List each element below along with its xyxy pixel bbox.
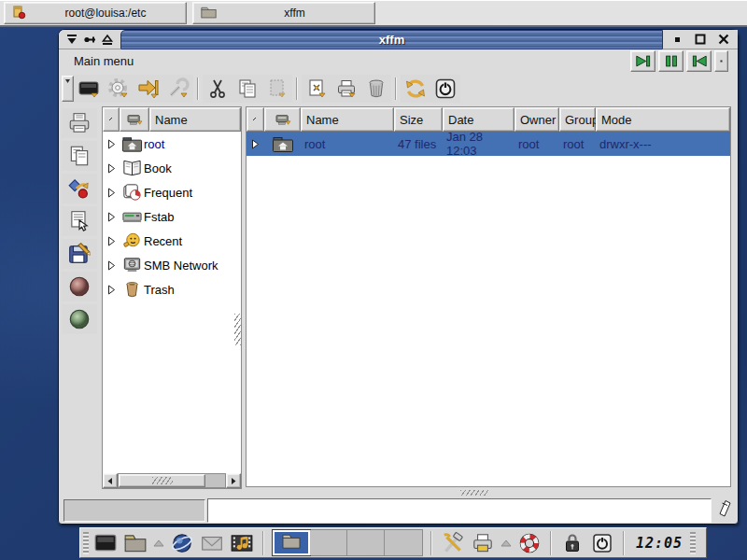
tools-icon[interactable]: [440, 530, 466, 556]
side-toolbar: [59, 105, 100, 497]
sphere-red-icon[interactable]: [62, 272, 97, 301]
scroll-right-icon[interactable]: [226, 473, 241, 488]
tree-header-name[interactable]: Name: [149, 107, 241, 132]
print-icon[interactable]: [470, 530, 496, 556]
expander-icon[interactable]: [103, 285, 120, 295]
help-icon[interactable]: [516, 530, 543, 556]
panel-handle[interactable]: [83, 532, 89, 554]
expander-icon[interactable]: [247, 132, 264, 156]
run-icon[interactable]: [62, 174, 97, 203]
expander-icon[interactable]: [103, 139, 120, 149]
eraser-icon[interactable]: [717, 499, 732, 522]
tree-header-spacer[interactable]: [103, 107, 120, 132]
close-icon[interactable]: [715, 32, 732, 47]
expander-icon[interactable]: [103, 163, 120, 174]
scroll-thumb[interactable]: [119, 474, 205, 487]
expander-icon[interactable]: [103, 236, 120, 246]
go-to-icon[interactable]: [134, 75, 163, 103]
main-menu-item[interactable]: Main menu: [68, 52, 139, 70]
expander-icon[interactable]: [103, 212, 120, 222]
reload-icon[interactable]: [401, 75, 430, 103]
trash-icon[interactable]: [361, 75, 391, 103]
tree-item-root[interactable]: root: [103, 132, 241, 156]
sphere-green-icon[interactable]: [62, 304, 97, 334]
scroll-left-icon[interactable]: [103, 473, 118, 488]
pager-desktop-4[interactable]: [385, 530, 422, 555]
media-player-icon[interactable]: [229, 530, 255, 556]
terminal-icon[interactable]: [92, 530, 119, 556]
tree-item-fstab[interactable]: Fstab: [103, 204, 241, 229]
tree-item-recent[interactable]: Recent: [103, 229, 241, 253]
cell-name: root: [301, 132, 394, 156]
stick-icon[interactable]: [81, 32, 98, 47]
options-button[interactable]: [714, 50, 728, 72]
shade-icon[interactable]: [63, 32, 80, 47]
settings-icon[interactable]: [104, 75, 134, 103]
taskbar-button-xffm[interactable]: xffm: [192, 2, 375, 24]
power-icon[interactable]: [589, 530, 615, 556]
scroll-track[interactable]: [118, 473, 226, 488]
titlebar-drag-area[interactable]: xffm: [120, 30, 663, 49]
column-header-size[interactable]: Size: [394, 107, 443, 132]
save-edit-icon[interactable]: [62, 239, 97, 269]
pause-button[interactable]: [658, 50, 684, 72]
tools-icon[interactable]: [163, 75, 193, 103]
pager-desktop-2[interactable]: [310, 530, 347, 555]
document-properties-icon[interactable]: [302, 75, 331, 103]
print-icon[interactable]: [62, 108, 97, 138]
column-header-date[interactable]: Date: [443, 107, 514, 132]
panel-handle[interactable]: [690, 532, 696, 554]
tree-horizontal-scrollbar[interactable]: [103, 473, 241, 488]
cut-icon[interactable]: [203, 75, 233, 103]
panel-resize-grip[interactable]: [234, 314, 241, 345]
window-titlebar[interactable]: xffm: [59, 30, 738, 49]
taskbar-button-terminal[interactable]: root@louisa:/etc: [4, 2, 187, 24]
column-header-mode[interactable]: Mode: [596, 107, 730, 132]
column-header-name[interactable]: Name: [301, 107, 394, 132]
duplicate-icon[interactable]: [62, 141, 97, 171]
expander-icon[interactable]: [103, 188, 120, 198]
maximize-icon[interactable]: [692, 32, 709, 47]
eject-icon[interactable]: [99, 32, 116, 47]
copy-icon[interactable]: [233, 75, 262, 103]
file-manager-icon[interactable]: [122, 530, 148, 556]
pane-resize-grip[interactable]: [460, 490, 488, 496]
paste-icon[interactable]: [262, 75, 292, 103]
tree-item-label: SMB Network: [144, 259, 218, 273]
desktop: root@louisa:/etc xffm xf: [0, 0, 747, 560]
recent-icon: [120, 231, 144, 250]
xffm-window: xffm Main menu: [58, 29, 739, 525]
tree-item-frequent[interactable]: Frequent: [103, 180, 241, 204]
popup-arrow-icon[interactable]: [500, 535, 513, 552]
tree-item-trash[interactable]: Trash: [103, 277, 241, 301]
window-controls: [663, 30, 738, 49]
main-toolbar: [59, 73, 738, 105]
file-row-root[interactable]: root 47 files Jan 28 12:03 root root drw…: [247, 132, 730, 156]
iconify-icon[interactable]: [669, 32, 686, 47]
column-header-owner[interactable]: Owner: [514, 107, 559, 132]
skip-back-button[interactable]: [686, 50, 712, 72]
select-icon[interactable]: [62, 206, 97, 236]
skip-forward-button[interactable]: [630, 50, 655, 72]
column-header-group[interactable]: Group: [559, 107, 596, 132]
view-selector-icon[interactable]: [264, 107, 301, 132]
toolbar-handle[interactable]: [62, 76, 74, 102]
mail-icon[interactable]: [199, 530, 225, 556]
list-header-spacer[interactable]: [247, 107, 264, 132]
web-browser-icon[interactable]: [169, 530, 195, 556]
file-list-empty-area[interactable]: [247, 156, 730, 486]
path-entry[interactable]: [207, 498, 712, 523]
expander-icon[interactable]: [103, 260, 120, 271]
tree-item-book[interactable]: Book: [103, 156, 241, 180]
taskbar-button-label: root@louisa:/etc: [33, 7, 178, 20]
tree-item-smb-network[interactable]: SMB Network: [103, 253, 241, 277]
quit-icon[interactable]: [430, 75, 460, 103]
popup-arrow-icon[interactable]: [152, 535, 165, 552]
lock-icon[interactable]: [559, 530, 585, 556]
view-selector-icon[interactable]: [120, 107, 149, 132]
print-icon[interactable]: [331, 75, 361, 103]
pager-desktop-3[interactable]: [347, 530, 385, 555]
progress-area: [63, 499, 205, 522]
pager-desktop-1[interactable]: [273, 530, 310, 555]
terminal-icon[interactable]: [74, 75, 104, 103]
